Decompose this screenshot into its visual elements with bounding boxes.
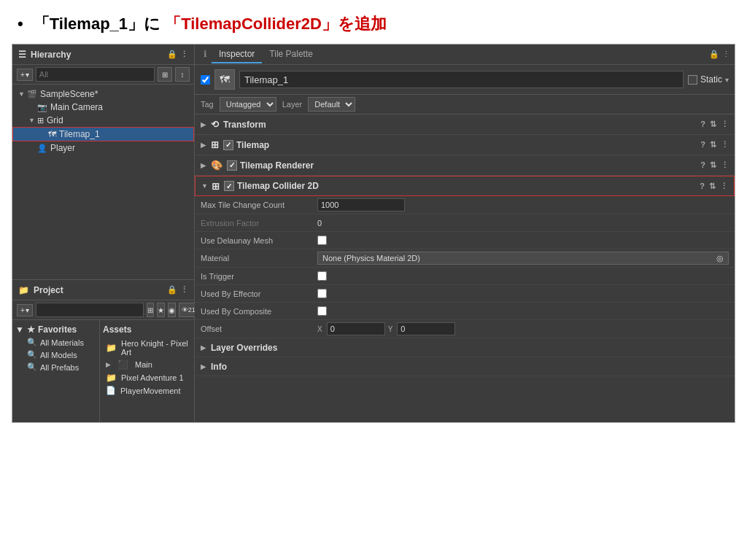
tree-item-tilemap1[interactable]: 🗺 Tilemap_1 [12,127,194,141]
material-target-icon[interactable]: ◎ [716,254,724,263]
tree-item-main-camera[interactable]: 📷 Main Camera [12,101,194,114]
fav-all-prefabs[interactable]: 🔍 All Prefabs [15,361,96,373]
tree-item-samplescene[interactable]: ▼ 🎬 SampleScene* [12,88,194,101]
scene-icon-samplescene: 🎬 [27,90,37,99]
grid-obj-icon: ⊞ [37,116,44,125]
transform-name: Transform [223,120,700,130]
renderer-check[interactable] [227,160,237,171]
offset-y-input[interactable] [397,322,455,335]
object-icon: 🗺 [214,69,235,90]
hierarchy-search-input[interactable] [36,67,155,82]
tag-label: Tag [201,100,214,109]
main-camera-label: Main Camera [50,102,103,112]
renderer-settings-icon[interactable]: ⇅ [710,160,716,170]
project-filter-btn2[interactable]: ★ [157,303,165,317]
material-button[interactable]: None (Physics Material 2D) ◎ [317,252,729,265]
tag-select[interactable]: Untagged [220,97,276,112]
asset-player-movement-label: PlayerMovement [120,386,181,395]
transform-help-icon[interactable]: ? [700,120,705,129]
project-filter-btn1[interactable]: ⊞ [147,303,154,317]
lock-tab-icon[interactable]: 🔒 [709,50,719,59]
info-icon-tab: ℹ [199,46,212,63]
transform-settings-icon[interactable]: ⇅ [710,120,716,129]
is-trigger-checkbox[interactable] [317,271,327,281]
fav-models-label: All Models [40,351,77,359]
renderer-arrow: ▶ [201,162,211,169]
object-name-input[interactable] [239,71,684,88]
prop-delaunay-mesh: Use Delaunay Mesh [195,232,735,249]
tab-inspector[interactable]: Inspector [212,46,262,63]
max-tile-input[interactable] [317,198,405,211]
asset-player-movement[interactable]: 📄 PlayerMovement [103,384,191,397]
renderer-icon: 🎨 [211,160,222,171]
hierarchy-sort-btn[interactable]: ↕ [175,67,190,82]
asset-main[interactable]: ▶ ⬛ Main [103,358,191,371]
tilemap-check[interactable] [223,140,233,150]
offset-x-input[interactable] [327,322,385,335]
project-title: Project [34,285,63,295]
component-transform[interactable]: ▶ ⟲ Transform ? ⇅ ⋮ [195,114,735,135]
used-by-effector-label: Used By Effector [201,289,317,298]
used-by-composite-checkbox[interactable] [317,306,327,316]
tilemap-comp-icon: ⊞ [211,139,219,150]
project-add-button[interactable]: + ▾ [17,304,33,316]
transform-more-icon[interactable]: ⋮ [721,120,729,129]
asset-hero-knight[interactable]: 📁 Hero Knight - Pixel Art [103,338,191,358]
project-lock-icon[interactable]: 🔒 [167,285,177,295]
renderer-more-icon[interactable]: ⋮ [721,160,729,170]
hierarchy-filter-btn[interactable]: ⊞ [158,67,172,82]
tilemap-more-icon[interactable]: ⋮ [721,140,729,149]
assets-title: Assets [103,323,191,338]
component-tilemap-renderer[interactable]: ▶ 🎨 Tilemap Renderer ? ⇅ ⋮ [195,155,735,176]
favorites-title: ▼ ★ Favorites [15,323,96,336]
collider-check[interactable] [224,181,234,191]
tilemap-help-icon[interactable]: ? [700,140,705,149]
material-label: Material [201,254,317,262]
title-part1: 「Tilemap_1」に [34,15,160,33]
tilemap-settings-icon[interactable]: ⇅ [710,140,716,149]
script-icon: 📄 [106,386,116,395]
tree-item-player[interactable]: 👤 Player [12,141,194,155]
collider-right-icons: ? ⇅ ⋮ [700,182,728,191]
fav-all-materials[interactable]: 🔍 All Materials [15,336,96,349]
fav-materials-label: All Materials [40,338,84,347]
prop-extrusion-factor: Extrusion Factor 0 [195,214,735,232]
info-row[interactable]: ▶ Info [195,357,735,376]
lock-icon[interactable]: 🔒 [167,50,177,59]
component-tilemap[interactable]: ▶ ⊞ Tilemap ? ⇅ ⋮ [195,135,735,155]
transform-arrow: ▶ [201,121,211,128]
collider-help-icon[interactable]: ? [700,182,705,191]
x-label: X [317,325,322,333]
search-icon-models: 🔍 [27,350,37,359]
offset-xy-inputs: X Y [317,322,455,335]
more-tab-icon[interactable]: ⋮ [722,50,730,59]
prop-material: Material None (Physics Material 2D) ◎ [195,249,735,268]
project-folder-icon: 📁 [18,285,29,295]
more-icon[interactable]: ⋮ [180,50,188,59]
tree-item-grid[interactable]: ▼ ⊞ Grid [12,114,194,127]
object-active-checkbox[interactable] [201,75,210,85]
player-icon: 👤 [37,144,47,153]
delaunay-checkbox[interactable] [317,236,327,245]
collider-settings-icon[interactable]: ⇅ [709,182,716,191]
search-icon-materials: 🔍 [27,338,37,347]
asset-pixel-adventure[interactable]: 📁 Pixel Adventure 1 [103,371,191,384]
collider-more-icon[interactable]: ⋮ [720,182,728,191]
component-list: ▶ ⟲ Transform ? ⇅ ⋮ ▶ ⊞ Tilemap ? ⇅ ⋮ [195,114,735,422]
static-checkbox[interactable] [688,75,697,85]
tab-tile-palette[interactable]: Tile Palette [262,46,320,63]
renderer-help-icon[interactable]: ? [700,160,705,170]
used-by-effector-checkbox[interactable] [317,289,327,298]
hierarchy-add-button[interactable]: + ▾ [17,69,33,81]
star-icon: ★ [27,324,35,335]
layer-select[interactable]: Default [308,97,355,112]
fav-all-models[interactable]: 🔍 All Models [15,349,96,361]
layer-overrides-row[interactable]: ▶ Layer Overrides [195,338,735,357]
project-more-icon[interactable]: ⋮ [180,285,188,295]
static-dropdown-arrow[interactable]: ▾ [725,76,729,84]
component-tilemap-collider2d[interactable]: ▼ ⊞ Tilemap Collider 2D ? ⇅ ⋮ [195,176,735,196]
project-filter-btn3[interactable]: ◉ [168,303,176,317]
offset-label: Offset [201,324,317,333]
project-search-input[interactable] [36,303,144,317]
layer-overrides-label: Layer Overrides [211,343,277,353]
